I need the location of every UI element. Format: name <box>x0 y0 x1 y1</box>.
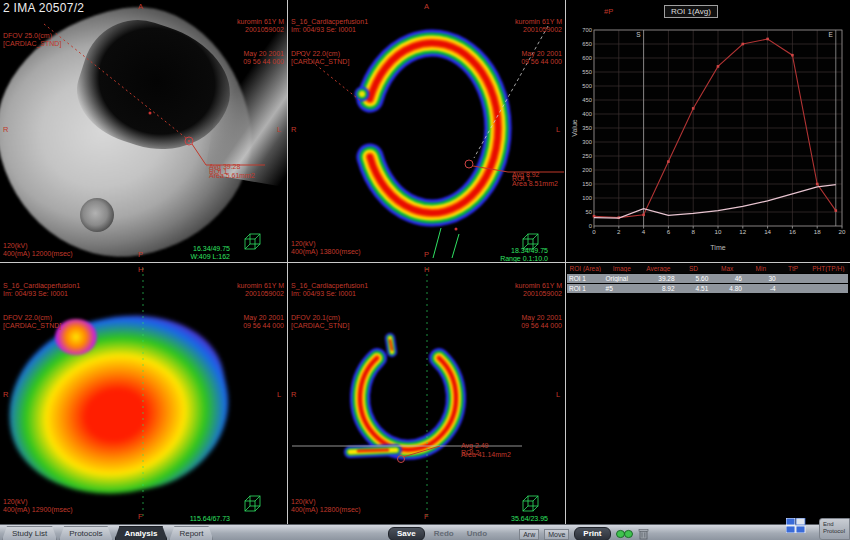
chart-legend-note: #P <box>604 7 613 16</box>
roi-label[interactable]: ROI 2 <box>461 449 479 457</box>
viewport-divider-horizontal <box>0 262 850 263</box>
scan-header-text: DFOV 25.0(cm)[CARDIAC_STND] <box>3 16 61 64</box>
svg-text:600: 600 <box>582 55 592 61</box>
orientation-bottom: F <box>424 512 429 521</box>
tech-info: 120(kV)400(mA) 12800(msec) Thickness: 2.… <box>291 482 361 524</box>
svg-text:E: E <box>828 31 833 38</box>
orientation-left: R <box>3 390 8 399</box>
tech-info: 120(kV)400(mA) 12900(msec) Thickness: 2.… <box>3 482 73 524</box>
tech-info: 120(kV)400(mA) 12000(msec) Thickness: 2.… <box>3 226 85 262</box>
svg-text:12: 12 <box>739 228 746 235</box>
range-text: 115.64/67.73105.91/64.29 <box>148 499 230 524</box>
svg-text:16: 16 <box>789 228 796 235</box>
svg-text:100: 100 <box>582 195 592 201</box>
chart-title: ROI 1(Avg) <box>664 5 718 18</box>
tab-study-list[interactable]: Study List <box>2 526 57 540</box>
orientation-right: L <box>277 390 281 399</box>
table-header-row: ROI (Area) Image Average SD Max Min TtP … <box>567 264 848 273</box>
orientation-top: A <box>424 2 429 11</box>
ct-image-vessel <box>80 198 114 232</box>
orientation-right: L <box>556 125 560 134</box>
action-buttons: Save Redo Undo Arw Move Print <box>388 527 649 540</box>
svg-text:S: S <box>636 31 641 38</box>
svg-text:350: 350 <box>582 125 592 131</box>
patient-info: kuromin 61Y M2001059002 May 20 200109 56… <box>200 266 284 346</box>
app: 2 IMA 20507/2 DFOV 25.0(cm)[CARDIAC_STND… <box>0 0 850 540</box>
svg-text:Time: Time <box>710 244 725 251</box>
table-row[interactable]: ROI 1 #5 8.92 4.51 4.80 -4 <box>567 284 848 293</box>
end-protocol-button[interactable]: End Protocol <box>819 518 850 540</box>
orientation-left: R <box>3 125 8 134</box>
trash-icon[interactable] <box>638 528 649 540</box>
glasses-icon[interactable] <box>616 529 633 539</box>
scan-header-text: S_16_Cardiacperfusion1Im: 004/93 Se: I00… <box>291 2 368 82</box>
time-density-chart: 0501001502002503003504004505005506006507… <box>570 16 848 256</box>
orientation-bottom: F <box>138 512 143 521</box>
patient-info: kuromin 61Y M2001059002 May 20 200109 56… <box>478 2 562 82</box>
viewport-perfusion-long-axis[interactable]: S_16_Cardiacperfusion1Im: 004/93 Se: I00… <box>0 263 287 524</box>
tab-analysis[interactable]: Analysis <box>115 526 168 540</box>
range-text: 35.64/23.95Range 0.1:10.0 <box>462 499 548 524</box>
window-level-text: 16.34/49.75W:409 L:162 <box>148 229 230 262</box>
undo-button[interactable]: Undo <box>463 528 491 540</box>
svg-text:14: 14 <box>764 228 771 235</box>
svg-text:0: 0 <box>592 228 596 235</box>
viewport-perfusion-two-chamber[interactable]: S_16_Cardiacperfusion1Im: 004/93 Se: I00… <box>288 263 565 524</box>
orientation-top: H <box>424 265 429 274</box>
svg-text:20: 20 <box>839 228 846 235</box>
svg-text:4: 4 <box>642 228 646 235</box>
roi-label[interactable]: ROI 1 <box>512 175 530 183</box>
orientation-left: R <box>291 390 296 399</box>
svg-text:500: 500 <box>582 83 592 89</box>
orientation-bottom: P <box>424 250 429 259</box>
svg-text:400: 400 <box>582 111 592 117</box>
viewport-layout-icon[interactable] <box>786 518 806 533</box>
svg-text:50: 50 <box>586 209 592 215</box>
svg-text:250: 250 <box>582 153 592 159</box>
print-button[interactable]: Print <box>574 527 610 540</box>
orientation-bottom: P <box>138 250 143 259</box>
roi-results-table: ROI (Area) Image Average SD Max Min TtP … <box>567 264 848 293</box>
series-title: 2 IMA 20507/2 <box>3 1 84 15</box>
arrow-tool-button[interactable]: Arw <box>519 529 539 540</box>
table-row[interactable]: ROI 1 Original 39.28 5.60 46 30 <box>567 274 848 283</box>
range-text: 18.34/49.75Range 0.1:10.0 <box>462 231 548 262</box>
svg-text:18: 18 <box>814 228 821 235</box>
svg-text:450: 450 <box>582 97 592 103</box>
svg-text:8: 8 <box>691 228 695 235</box>
viewport-ct-axial[interactable]: 2 IMA 20507/2 DFOV 25.0(cm)[CARDIAC_STND… <box>0 0 287 262</box>
orientation-top: H <box>138 265 143 274</box>
scan-header-text: S_16_Cardiacperfusion1Im: 004/93 Se: I00… <box>3 266 80 346</box>
tab-protocols[interactable]: Protocols <box>59 526 112 540</box>
tab-report[interactable]: Report <box>169 526 213 540</box>
orientation-left: R <box>291 125 296 134</box>
move-tool-button[interactable]: Move <box>544 529 569 540</box>
svg-text:10: 10 <box>715 228 722 235</box>
bottom-toolbar: Study List Protocols Analysis Report Sav… <box>0 524 850 540</box>
orientation-right: L <box>277 125 281 134</box>
svg-text:550: 550 <box>582 69 592 75</box>
svg-text:6: 6 <box>667 228 671 235</box>
roi-label[interactable]: ROI 1 <box>209 168 227 176</box>
scan-header-text: S_16_Cardiacperfusion1Im: 004/93 Se: I00… <box>291 266 368 346</box>
svg-text:650: 650 <box>582 41 592 47</box>
tech-info: 120(kV)400(mA) 13800(msec) Thickness: 2.… <box>291 224 361 262</box>
svg-text:700: 700 <box>582 27 592 33</box>
svg-text:2: 2 <box>617 228 621 235</box>
orientation-top: A <box>138 2 143 11</box>
redo-button[interactable]: Redo <box>430 528 458 540</box>
patient-info: kuromin 61Y M2001059002 May 20 200109 56… <box>478 266 562 346</box>
svg-text:Value: Value <box>571 119 578 136</box>
viewport-perfusion-short-axis[interactable]: S_16_Cardiacperfusion1Im: 004/93 Se: I00… <box>288 0 565 262</box>
svg-text:300: 300 <box>582 139 592 145</box>
mode-tabs: Study List Protocols Analysis Report <box>2 526 215 540</box>
svg-text:200: 200 <box>582 167 592 173</box>
patient-info: kuromin 61Y M2001059002 May 20 200109 56… <box>200 2 284 82</box>
svg-text:150: 150 <box>582 181 592 187</box>
orientation-right: L <box>556 390 560 399</box>
save-button[interactable]: Save <box>388 527 425 540</box>
